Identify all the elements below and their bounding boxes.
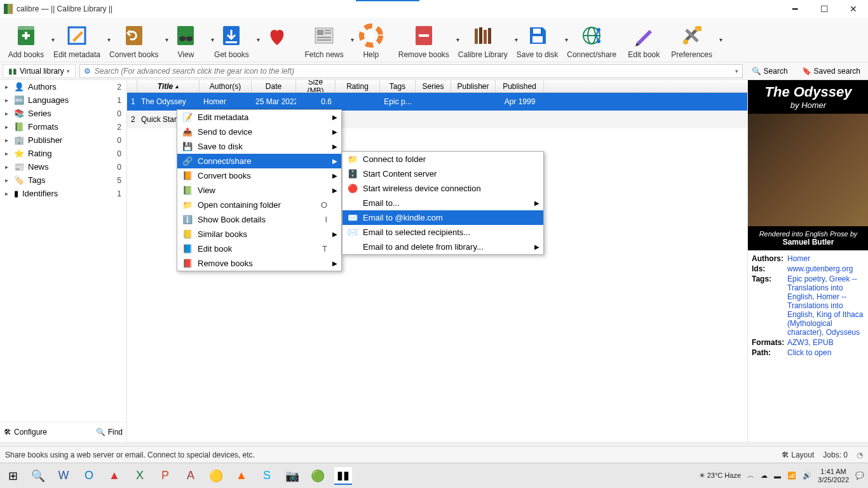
taskbar-skype-icon[interactable]: S xyxy=(258,467,276,485)
toolbar-convert-books[interactable]: Convert books▾ xyxy=(105,21,162,60)
toolbar-edit-metadata[interactable]: Edit metadata▾ xyxy=(50,21,104,60)
column-header[interactable]: Tags xyxy=(380,80,416,92)
sub-email-to-kindle-com[interactable]: ✉️Email to @kindle.com xyxy=(342,210,543,225)
column-header[interactable]: Title ▴ xyxy=(137,80,200,92)
sidebar-item-publisher[interactable]: ▸🏢Publisher0 xyxy=(0,133,126,147)
tray-sound-icon[interactable]: 🔊 xyxy=(803,471,811,480)
tray-battery-icon[interactable]: ▬ xyxy=(774,472,781,480)
toolbar-fetch-news[interactable]: Fetch news▾ xyxy=(301,21,347,60)
toolbar-connect/share[interactable]: Connect/share xyxy=(563,21,620,60)
configure-button[interactable]: 🛠 Configure xyxy=(4,425,47,439)
sidebar-item-formats[interactable]: ▸📗Formats2 xyxy=(0,120,126,133)
table-row[interactable]: 1The OdysseyHomer25 Mar 20220.6Epic p...… xyxy=(127,93,747,111)
sub-email-to[interactable]: Email to...▶ xyxy=(342,196,543,210)
disclosure-icon[interactable]: ▸ xyxy=(5,137,10,144)
sidebar-item-identifiers[interactable]: ▸▮Identifiers1 xyxy=(0,187,126,200)
disclosure-icon[interactable]: ▸ xyxy=(5,177,10,184)
sub-start-wireless-device-connection[interactable]: 🔴Start wireless device connection xyxy=(342,181,543,196)
weather-widget[interactable]: ☀ 23°C Haze xyxy=(699,471,741,480)
meta-value[interactable]: AZW3, EPUB xyxy=(787,338,864,347)
disclosure-icon[interactable]: ▸ xyxy=(5,163,10,170)
ctx-remove-books[interactable]: 📕Remove books▶ xyxy=(177,256,341,271)
taskbar-powerpoint-icon[interactable]: P xyxy=(156,467,174,485)
start-button[interactable]: ⊞ xyxy=(4,467,22,485)
toolbar-get-books[interactable]: Get books▾ xyxy=(209,21,254,60)
taskbar-word-icon[interactable]: W xyxy=(55,467,72,485)
toolbar-edit-book[interactable]: Edit book xyxy=(621,21,666,60)
ctx-connect-share[interactable]: 🔗Connect/share▶ xyxy=(177,154,341,168)
find-button[interactable]: 🔍 Find xyxy=(96,425,123,439)
gear-icon[interactable]: ⚙ xyxy=(84,67,91,76)
taskbar-search-icon[interactable]: 🔍 xyxy=(29,467,47,485)
column-header[interactable]: Published xyxy=(496,80,544,92)
toolbar-calibre-library[interactable]: Calibre Library▾ xyxy=(454,21,512,60)
sidebar-item-authors[interactable]: ▸👤Authors2 xyxy=(0,80,126,93)
toolbar-view[interactable]: View▾ xyxy=(163,21,208,60)
disclosure-icon[interactable]: ▸ xyxy=(5,97,10,104)
toolbar-heart[interactable] xyxy=(255,21,299,60)
sub-email-to-and-delete-from-library[interactable]: Email to and delete from library...▶ xyxy=(342,240,543,254)
book-cover[interactable]: The Odyssey by Homer Rendered into Engli… xyxy=(748,80,868,250)
ctx-convert-books[interactable]: 📙Convert books▶ xyxy=(177,168,341,183)
disclosure-icon[interactable]: ▸ xyxy=(5,190,10,197)
sub-email-to-selected-recipients[interactable]: ✉️Email to selected recipients... xyxy=(342,225,543,240)
column-header[interactable]: Publisher xyxy=(451,80,496,92)
tray-chevron-icon[interactable]: ︿ xyxy=(747,471,754,480)
sub-start-content-server[interactable]: 🗄️Start Content server xyxy=(342,166,543,181)
toolbar-add-books[interactable]: Add books▾ xyxy=(4,21,48,60)
column-header[interactable]: Author(s) xyxy=(200,80,252,92)
search-input[interactable] xyxy=(95,67,731,76)
toolbar-remove-books[interactable]: Remove books▾ xyxy=(395,21,453,60)
sidebar-item-series[interactable]: ▸📚Series0 xyxy=(0,107,126,120)
toolbar-save-to-disk[interactable]: Save to disk▾ xyxy=(513,21,562,60)
saved-search-button[interactable]: 🔖 Saved search xyxy=(797,64,865,78)
ctx-edit-book[interactable]: 📘Edit bookT xyxy=(177,241,341,256)
tray-notifications-icon[interactable]: 💬 xyxy=(855,471,864,480)
layout-button[interactable]: 🛠 Layout xyxy=(782,451,814,459)
toolbar-preferences[interactable]: Preferences▾ xyxy=(667,21,716,60)
meta-value[interactable]: Click to open xyxy=(787,348,864,357)
tray-clock[interactable]: 1:41 AM3/25/2022 xyxy=(818,468,849,483)
ctx-save-to-disk[interactable]: 💾Save to disk▶ xyxy=(177,139,341,154)
sub-connect-to-folder[interactable]: 📁Connect to folder xyxy=(342,152,543,166)
taskbar-chrome-icon[interactable]: 🟡 xyxy=(207,467,225,485)
ctx-view[interactable]: 📗View▶ xyxy=(177,183,341,198)
toolbar-help[interactable]: Help xyxy=(349,21,393,60)
meta-value[interactable]: www.gutenberg.org xyxy=(787,264,864,273)
chevron-down-icon[interactable]: ▾ xyxy=(719,36,722,43)
disclosure-icon[interactable]: ▸ xyxy=(5,150,10,157)
column-header[interactable]: Series xyxy=(416,80,451,92)
taskbar-outlook-icon[interactable]: O xyxy=(80,467,98,485)
taskbar-vlc-icon[interactable]: ▲ xyxy=(233,467,250,485)
search-button[interactable]: 🔍 Search xyxy=(747,64,793,78)
sidebar-item-languages[interactable]: ▸🔤Languages1 xyxy=(0,93,126,107)
jobs-indicator[interactable]: Jobs: 0 xyxy=(823,451,848,459)
meta-value[interactable]: Epic poetry, Greek -- Translations into … xyxy=(787,274,864,337)
taskbar[interactable]: ⊞ 🔍 W O ▲ X P A 🟡 ▲ S 📷 🟢 ▮▮ ☀ 23°C Haze… xyxy=(0,463,868,488)
taskbar-calibre-icon[interactable]: ▮▮ xyxy=(334,467,352,485)
ctx-edit-metadata[interactable]: 📝Edit metadata▶ xyxy=(177,110,341,125)
search-box[interactable]: ⚙ ▾ xyxy=(79,64,743,78)
tray-onedrive-icon[interactable]: ☁ xyxy=(761,471,768,480)
tray-wifi-icon[interactable]: 📶 xyxy=(787,471,796,480)
column-header[interactable]: Date xyxy=(252,80,296,92)
taskbar-chrome2-icon[interactable]: 🟢 xyxy=(309,467,327,485)
virtual-library-button[interactable]: ▮▮ Virtual library ▾ xyxy=(3,64,76,78)
maximize-button[interactable]: ☐ xyxy=(818,3,830,15)
taskbar-excel-icon[interactable]: X xyxy=(131,467,149,485)
context-menu[interactable]: 📝Edit metadata▶📤Send to device▶💾Save to … xyxy=(177,109,342,271)
sidebar-item-tags[interactable]: ▸🏷️Tags5 xyxy=(0,173,126,187)
ctx-show-book-details[interactable]: ℹ️Show Book detailsI xyxy=(177,212,341,227)
column-header[interactable]: Rating xyxy=(336,80,380,92)
taskbar-acrobat-icon[interactable]: ▲ xyxy=(105,467,123,485)
taskbar-camera-icon[interactable]: 📷 xyxy=(283,467,301,485)
close-button[interactable]: ✕ xyxy=(848,3,859,15)
ctx-send-to-device[interactable]: 📤Send to device▶ xyxy=(177,125,341,139)
disclosure-icon[interactable]: ▸ xyxy=(5,123,10,130)
ctx-similar-books[interactable]: 📒Similar books▶ xyxy=(177,227,341,241)
column-header[interactable]: Size (MB) xyxy=(296,80,336,92)
minimize-button[interactable]: ━ xyxy=(789,3,801,15)
disclosure-icon[interactable]: ▸ xyxy=(5,110,10,117)
sidebar-item-news[interactable]: ▸📰News0 xyxy=(0,160,126,173)
column-header[interactable] xyxy=(127,80,137,92)
